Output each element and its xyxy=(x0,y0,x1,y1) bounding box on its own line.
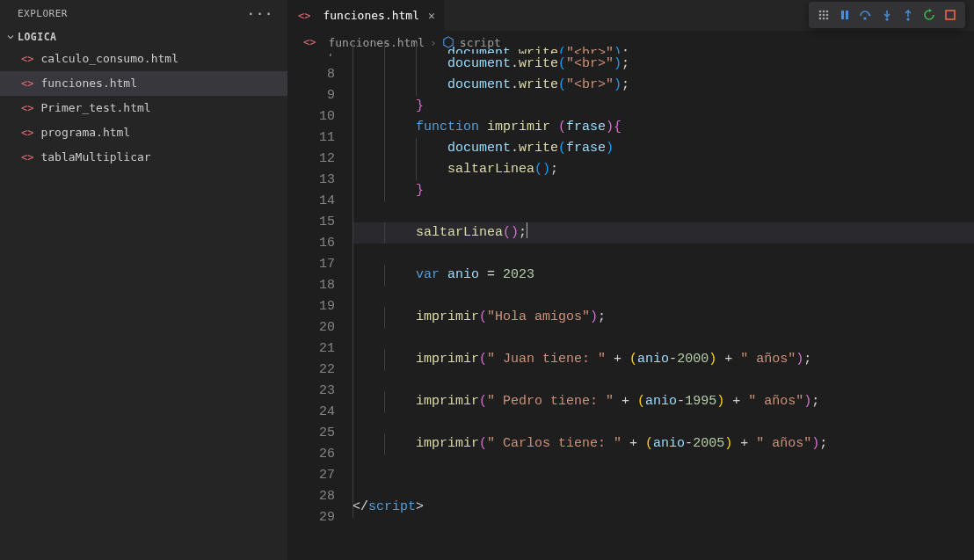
code-line[interactable]: saltarLinea(); xyxy=(353,159,974,180)
line-number: 24 xyxy=(287,402,335,423)
line-number: 17 xyxy=(287,254,335,275)
html-icon: <> xyxy=(21,123,33,142)
svg-point-3 xyxy=(819,14,822,17)
line-number: 19 xyxy=(287,296,335,317)
svg-point-11 xyxy=(863,17,866,19)
svg-point-0 xyxy=(819,11,822,13)
file-item[interactable]: <>tablaMultiplicar xyxy=(0,145,287,170)
code-line[interactable]: saltarLinea(); xyxy=(353,222,974,244)
tab-funciones[interactable]: <> funciones.html ✕ xyxy=(287,0,445,31)
line-number: 21 xyxy=(287,338,335,360)
step-into-button[interactable] xyxy=(877,5,897,25)
html-icon: <> xyxy=(21,49,33,69)
line-number: 18 xyxy=(287,275,335,296)
explorer-sidebar: EXPLORER ··· LOGICA <>calculo_consumo.ht… xyxy=(0,0,287,560)
code-editor[interactable]: 7891011121314151617181920212223242526272… xyxy=(287,54,974,560)
code-area[interactable]: document.write("<br>");document.write("<… xyxy=(353,54,974,560)
line-number: 9 xyxy=(287,85,335,106)
line-number: 29 xyxy=(287,507,335,528)
file-item[interactable]: <>programa.html xyxy=(0,120,287,145)
html-icon: <> xyxy=(21,148,33,167)
more-actions-button[interactable]: ··· xyxy=(243,5,277,22)
svg-point-12 xyxy=(885,18,888,20)
restart-button[interactable] xyxy=(919,5,939,25)
html-icon: <> xyxy=(21,74,33,93)
folder-row[interactable]: LOGICA xyxy=(0,27,287,47)
line-number: 10 xyxy=(287,106,335,127)
svg-rect-9 xyxy=(841,11,844,19)
code-line[interactable]: imprimir(" Carlos tiene: " + (anio-2005)… xyxy=(353,433,974,455)
svg-point-13 xyxy=(906,18,909,20)
svg-point-1 xyxy=(823,11,825,13)
pause-button[interactable] xyxy=(835,5,854,25)
line-number-gutter: 7891011121314151617181920212223242526272… xyxy=(287,54,353,560)
html-icon: <> xyxy=(298,10,310,22)
code-line[interactable]: function imprimir (frase){ xyxy=(353,117,974,138)
debug-toolbar[interactable] xyxy=(809,2,965,28)
step-out-button[interactable] xyxy=(898,5,918,25)
line-number: 28 xyxy=(287,486,335,507)
code-line[interactable]: } xyxy=(353,180,974,201)
line-number: 11 xyxy=(287,127,335,149)
svg-point-8 xyxy=(826,18,829,20)
code-line[interactable]: imprimir("Hola amigos"); xyxy=(353,307,974,328)
line-number: 25 xyxy=(287,423,335,444)
code-line[interactable]: } xyxy=(353,96,974,117)
line-number: 27 xyxy=(287,465,335,486)
svg-point-4 xyxy=(823,14,825,17)
file-item[interactable]: <>Primer_test.html xyxy=(0,96,287,120)
code-line[interactable] xyxy=(353,328,974,349)
code-line[interactable] xyxy=(353,286,974,307)
code-line[interactable]: imprimir(" Juan tiene: " + (anio-2000) +… xyxy=(353,349,974,370)
tab-bar: <> funciones.html ✕ xyxy=(287,0,974,31)
line-number: 7 xyxy=(287,54,335,64)
explorer-title: EXPLORER xyxy=(18,8,68,19)
editor-main: <> funciones.html ✕ <> funciones.html › … xyxy=(287,0,974,560)
code-line[interactable] xyxy=(353,455,974,476)
code-line[interactable] xyxy=(353,201,974,222)
code-line[interactable]: document.write("<br>"); xyxy=(353,43,974,54)
code-line[interactable]: </script> xyxy=(353,497,974,518)
code-line[interactable] xyxy=(353,476,974,497)
file-item-label: Primer_test.html xyxy=(40,98,150,118)
code-line[interactable] xyxy=(353,370,974,391)
code-line[interactable]: var anio = 2023 xyxy=(353,265,974,286)
explorer-header: EXPLORER ··· xyxy=(0,0,287,27)
file-item[interactable]: <>calculo_consumo.html xyxy=(0,47,287,71)
line-number: 13 xyxy=(287,170,335,191)
code-line[interactable]: document.write("<br>"); xyxy=(353,54,974,75)
file-item-label: calculo_consumo.html xyxy=(40,49,178,69)
folder-name: LOGICA xyxy=(18,31,57,43)
svg-point-7 xyxy=(823,18,825,20)
line-number: 12 xyxy=(287,149,335,170)
file-list: <>calculo_consumo.html<>funciones.html<>… xyxy=(0,47,287,170)
close-tab-button[interactable]: ✕ xyxy=(428,9,435,22)
line-number: 22 xyxy=(287,360,335,381)
code-line[interactable] xyxy=(353,244,974,265)
text-cursor xyxy=(527,222,527,238)
line-number: 16 xyxy=(287,233,335,254)
svg-point-5 xyxy=(826,14,829,17)
file-item-label: programa.html xyxy=(40,123,130,142)
file-item-label: tablaMultiplicar xyxy=(40,148,150,167)
drag-handle-icon[interactable] xyxy=(814,5,833,25)
line-number: 23 xyxy=(287,381,335,402)
svg-rect-14 xyxy=(946,11,955,19)
line-number: 20 xyxy=(287,317,335,338)
chevron-down-icon xyxy=(4,32,18,42)
line-number: 15 xyxy=(287,212,335,233)
line-number: 8 xyxy=(287,64,335,85)
svg-rect-10 xyxy=(846,11,848,19)
svg-point-2 xyxy=(826,11,829,13)
stop-button[interactable] xyxy=(941,5,960,25)
file-item-label: funciones.html xyxy=(40,74,137,93)
line-number: 14 xyxy=(287,191,335,212)
code-line[interactable]: imprimir(" Pedro tiene: " + (anio-1995) … xyxy=(353,391,974,412)
code-line[interactable]: document.write("<br>"); xyxy=(353,75,974,96)
tab-label: funciones.html xyxy=(323,9,419,22)
step-over-button[interactable] xyxy=(856,5,876,25)
code-line[interactable] xyxy=(353,412,974,433)
code-line[interactable]: document.write(frase) xyxy=(353,138,974,159)
html-icon: <> xyxy=(21,98,33,118)
file-item[interactable]: <>funciones.html xyxy=(0,71,287,96)
